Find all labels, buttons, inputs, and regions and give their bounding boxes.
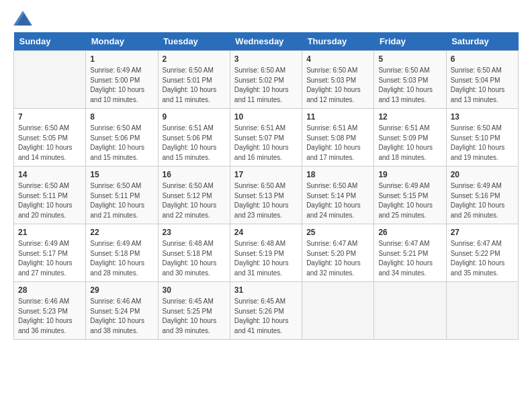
calendar-cell: 22 Sunrise: 6:49 AMSunset: 5:18 PMDaylig… xyxy=(86,224,158,282)
calendar-cell: 15 Sunrise: 6:50 AMSunset: 5:11 PMDaylig… xyxy=(86,167,158,224)
calendar-cell: 30 Sunrise: 6:45 AMSunset: 5:25 PMDaylig… xyxy=(158,282,230,340)
day-info: Sunrise: 6:49 AMSunset: 5:17 PMDaylight:… xyxy=(18,239,81,278)
day-number: 14 xyxy=(18,170,81,179)
calendar-cell: 18 Sunrise: 6:50 AMSunset: 5:14 PMDaylig… xyxy=(302,167,374,224)
day-info: Sunrise: 6:46 AMSunset: 5:24 PMDaylight:… xyxy=(90,297,153,336)
day-number: 15 xyxy=(90,170,153,179)
day-number: 27 xyxy=(451,228,514,237)
day-number: 12 xyxy=(378,112,441,122)
header xyxy=(13,11,519,26)
day-info: Sunrise: 6:50 AMSunset: 5:14 PMDaylight:… xyxy=(306,181,369,220)
day-number: 10 xyxy=(234,112,298,122)
day-number: 26 xyxy=(378,228,441,237)
day-number: 28 xyxy=(18,285,81,295)
header-day-saturday: Saturday xyxy=(446,32,518,51)
day-number: 7 xyxy=(18,112,81,122)
calendar-cell: 31 Sunrise: 6:45 AMSunset: 5:26 PMDaylig… xyxy=(230,282,302,340)
day-number: 2 xyxy=(163,54,226,64)
day-info: Sunrise: 6:48 AMSunset: 5:18 PMDaylight:… xyxy=(163,239,226,278)
day-info: Sunrise: 6:49 AMSunset: 5:18 PMDaylight:… xyxy=(90,239,153,278)
header-day-thursday: Thursday xyxy=(302,32,374,51)
week-row-4: 21 Sunrise: 6:49 AMSunset: 5:17 PMDaylig… xyxy=(14,224,519,282)
day-number: 30 xyxy=(163,285,226,295)
day-number: 23 xyxy=(163,228,226,237)
calendar-cell: 13 Sunrise: 6:50 AMSunset: 5:10 PMDaylig… xyxy=(446,109,518,167)
header-day-tuesday: Tuesday xyxy=(158,32,230,51)
day-info: Sunrise: 6:51 AMSunset: 5:08 PMDaylight:… xyxy=(306,124,369,163)
header-day-sunday: Sunday xyxy=(14,32,86,51)
day-number: 29 xyxy=(90,285,153,295)
day-info: Sunrise: 6:47 AMSunset: 5:20 PMDaylight:… xyxy=(306,239,369,278)
day-number: 19 xyxy=(378,170,441,179)
day-number: 13 xyxy=(451,112,514,122)
calendar-cell: 1 Sunrise: 6:49 AMSunset: 5:00 PMDayligh… xyxy=(86,51,158,109)
week-row-5: 28 Sunrise: 6:46 AMSunset: 5:23 PMDaylig… xyxy=(14,282,519,340)
day-number: 18 xyxy=(306,170,369,179)
day-info: Sunrise: 6:51 AMSunset: 5:07 PMDaylight:… xyxy=(234,124,298,163)
logo xyxy=(13,11,35,26)
day-number: 4 xyxy=(306,54,369,64)
calendar-cell: 3 Sunrise: 6:50 AMSunset: 5:02 PMDayligh… xyxy=(230,51,302,109)
week-row-3: 14 Sunrise: 6:50 AMSunset: 5:11 PMDaylig… xyxy=(14,167,519,224)
header-day-friday: Friday xyxy=(374,32,446,51)
calendar-cell: 4 Sunrise: 6:50 AMSunset: 5:03 PMDayligh… xyxy=(302,51,374,109)
day-info: Sunrise: 6:50 AMSunset: 5:03 PMDaylight:… xyxy=(306,66,369,105)
calendar-cell: 5 Sunrise: 6:50 AMSunset: 5:03 PMDayligh… xyxy=(374,51,446,109)
day-info: Sunrise: 6:45 AMSunset: 5:26 PMDaylight:… xyxy=(234,297,298,336)
calendar-cell: 9 Sunrise: 6:51 AMSunset: 5:06 PMDayligh… xyxy=(158,109,230,167)
calendar-cell: 26 Sunrise: 6:47 AMSunset: 5:21 PMDaylig… xyxy=(374,224,446,282)
day-info: Sunrise: 6:47 AMSunset: 5:21 PMDaylight:… xyxy=(378,239,441,278)
calendar-cell: 8 Sunrise: 6:50 AMSunset: 5:06 PMDayligh… xyxy=(86,109,158,167)
calendar-cell: 12 Sunrise: 6:51 AMSunset: 5:09 PMDaylig… xyxy=(374,109,446,167)
day-number: 24 xyxy=(234,228,298,237)
calendar-table: SundayMondayTuesdayWednesdayThursdayFrid… xyxy=(13,32,519,340)
calendar-cell: 7 Sunrise: 6:50 AMSunset: 5:05 PMDayligh… xyxy=(14,109,86,167)
calendar-cell: 29 Sunrise: 6:46 AMSunset: 5:24 PMDaylig… xyxy=(86,282,158,340)
calendar-cell: 19 Sunrise: 6:49 AMSunset: 5:15 PMDaylig… xyxy=(374,167,446,224)
day-number: 5 xyxy=(378,54,441,64)
calendar-cell: 11 Sunrise: 6:51 AMSunset: 5:08 PMDaylig… xyxy=(302,109,374,167)
day-info: Sunrise: 6:45 AMSunset: 5:25 PMDaylight:… xyxy=(163,297,226,336)
calendar-cell: 2 Sunrise: 6:50 AMSunset: 5:01 PMDayligh… xyxy=(158,51,230,109)
day-info: Sunrise: 6:46 AMSunset: 5:23 PMDaylight:… xyxy=(18,297,81,336)
day-number: 20 xyxy=(451,170,514,179)
day-number: 11 xyxy=(306,112,369,122)
day-number: 6 xyxy=(451,54,514,64)
day-info: Sunrise: 6:47 AMSunset: 5:22 PMDaylight:… xyxy=(451,239,514,278)
calendar-cell: 16 Sunrise: 6:50 AMSunset: 5:12 PMDaylig… xyxy=(158,167,230,224)
day-info: Sunrise: 6:50 AMSunset: 5:06 PMDaylight:… xyxy=(90,124,153,163)
calendar-cell: 6 Sunrise: 6:50 AMSunset: 5:04 PMDayligh… xyxy=(446,51,518,109)
day-info: Sunrise: 6:48 AMSunset: 5:19 PMDaylight:… xyxy=(234,239,298,278)
day-info: Sunrise: 6:50 AMSunset: 5:10 PMDaylight:… xyxy=(451,124,514,163)
day-info: Sunrise: 6:50 AMSunset: 5:02 PMDaylight:… xyxy=(234,66,298,105)
calendar-cell: 24 Sunrise: 6:48 AMSunset: 5:19 PMDaylig… xyxy=(230,224,302,282)
day-info: Sunrise: 6:50 AMSunset: 5:01 PMDaylight:… xyxy=(163,66,226,105)
day-info: Sunrise: 6:50 AMSunset: 5:13 PMDaylight:… xyxy=(234,181,298,220)
day-info: Sunrise: 6:51 AMSunset: 5:09 PMDaylight:… xyxy=(378,124,441,163)
calendar-cell: 28 Sunrise: 6:46 AMSunset: 5:23 PMDaylig… xyxy=(14,282,86,340)
day-info: Sunrise: 6:50 AMSunset: 5:11 PMDaylight:… xyxy=(90,181,153,220)
day-info: Sunrise: 6:49 AMSunset: 5:15 PMDaylight:… xyxy=(378,181,441,220)
calendar-cell: 17 Sunrise: 6:50 AMSunset: 5:13 PMDaylig… xyxy=(230,167,302,224)
calendar-cell: 27 Sunrise: 6:47 AMSunset: 5:22 PMDaylig… xyxy=(446,224,518,282)
day-number: 22 xyxy=(90,228,153,237)
day-info: Sunrise: 6:51 AMSunset: 5:06 PMDaylight:… xyxy=(163,124,226,163)
day-number: 25 xyxy=(306,228,369,237)
calendar-cell: 23 Sunrise: 6:48 AMSunset: 5:18 PMDaylig… xyxy=(158,224,230,282)
header-row: SundayMondayTuesdayWednesdayThursdayFrid… xyxy=(14,32,519,51)
calendar-cell xyxy=(374,282,446,340)
header-day-monday: Monday xyxy=(86,32,158,51)
header-day-wednesday: Wednesday xyxy=(230,32,302,51)
week-row-2: 7 Sunrise: 6:50 AMSunset: 5:05 PMDayligh… xyxy=(14,109,519,167)
day-number: 3 xyxy=(234,54,298,64)
day-info: Sunrise: 6:49 AMSunset: 5:00 PMDaylight:… xyxy=(90,66,153,105)
day-number: 21 xyxy=(18,228,81,237)
day-number: 17 xyxy=(234,170,298,179)
day-info: Sunrise: 6:50 AMSunset: 5:05 PMDaylight:… xyxy=(18,124,81,163)
day-number: 1 xyxy=(90,54,153,64)
week-row-1: 1 Sunrise: 6:49 AMSunset: 5:00 PMDayligh… xyxy=(14,51,519,109)
day-info: Sunrise: 6:50 AMSunset: 5:04 PMDaylight:… xyxy=(451,66,514,105)
calendar-cell: 25 Sunrise: 6:47 AMSunset: 5:20 PMDaylig… xyxy=(302,224,374,282)
day-number: 31 xyxy=(234,285,298,295)
day-info: Sunrise: 6:50 AMSunset: 5:03 PMDaylight:… xyxy=(378,66,441,105)
